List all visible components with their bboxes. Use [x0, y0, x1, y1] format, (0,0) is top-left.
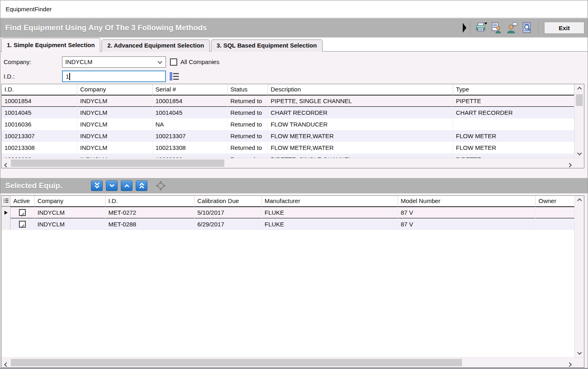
header-bar: Find Equipment Using Any Of The 3 Follow… — [0, 18, 588, 37]
move-up-button[interactable] — [121, 180, 133, 191]
active-checkbox[interactable] — [19, 209, 26, 216]
scroll-right-button[interactable] — [568, 161, 571, 168]
results-grid-row[interactable]: 10016036INDYCLMNAReturned toFLOW TRANDUC… — [2, 118, 574, 130]
id-list-button[interactable] — [169, 72, 180, 81]
results-grid-cell: Returned to — [228, 142, 268, 153]
results-grid-cell: FLOW METER — [453, 130, 574, 142]
chevron-up-icon — [122, 182, 131, 190]
print-button[interactable] — [474, 21, 489, 35]
printer-icon — [475, 22, 488, 34]
results-grid-row[interactable]: 10014045INDYCLM10014045Returned toCHART … — [2, 107, 574, 118]
equipment-report-button[interactable] — [489, 21, 504, 35]
id-input[interactable]: 1 — [62, 70, 166, 82]
tab-sql-based-equipment-selection[interactable]: 3. SQL Based Equipment Selection — [211, 39, 323, 52]
move-all-down-button[interactable] — [91, 180, 103, 191]
results-grid-row[interactable]: 10028883INDYCLM10028883Returned toPIPETT… — [2, 153, 574, 158]
selected-equip-section-bar: Selected Equip. — [0, 178, 588, 193]
scroll-up-button[interactable] — [575, 85, 584, 93]
results-grid-cell: PIPETTE, SINGLE CHANNEL — [268, 95, 453, 107]
selected-grid-cell: 87 V — [398, 207, 536, 218]
text-caret — [69, 73, 70, 80]
locate-button[interactable] — [155, 180, 166, 191]
scroll-right-button[interactable] — [568, 361, 571, 367]
selected-column-header[interactable]: Manufacturer — [262, 196, 398, 206]
tab-content-panel: Company: INDYCLM All Companies I.D.: 1 — [0, 51, 588, 369]
selected-grid-horizontal-scrollbar[interactable] — [2, 357, 584, 367]
selected-grid-cell: 87 V — [398, 218, 536, 230]
all-companies-checkbox[interactable] — [170, 58, 177, 66]
selected-grid-cell: INDYCLM — [35, 218, 106, 230]
document-preview-button[interactable] — [520, 21, 535, 35]
selected-grid-row[interactable]: INDYCLMMET-02886/29/2017FLUKE87 V — [2, 218, 574, 230]
selected-column-header[interactable]: Calibration Due — [195, 196, 262, 206]
selected-column-header[interactable]: Model Number — [398, 196, 536, 206]
page-title: Find Equipment Using Any Of The 3 Follow… — [5, 18, 207, 37]
selected-grid: ActiveCompanyI.D.Calibration DueManufact… — [1, 195, 584, 368]
scroll-left-button[interactable] — [5, 161, 8, 168]
selected-column-header[interactable]: I.D. — [106, 196, 195, 206]
selected-column-header[interactable]: Company — [35, 196, 106, 206]
row-selector-cell[interactable] — [2, 218, 10, 230]
results-column-header[interactable]: Status — [228, 84, 268, 95]
window-title: EquipmentFinder — [6, 6, 52, 12]
scroll-left-button[interactable] — [5, 361, 8, 367]
tab-strip: 1. Simple Equipment Selection 2. Advance… — [1, 37, 588, 52]
scrollbar-thumb[interactable] — [576, 94, 583, 106]
selected-grid-row[interactable]: INDYCLMMET-02725/10/2017FLUKE87 V — [2, 207, 574, 218]
results-column-header[interactable]: Description — [268, 84, 453, 95]
row-selector-cell[interactable] — [2, 207, 10, 218]
scrollbar-corner — [574, 358, 584, 367]
move-down-button[interactable] — [106, 180, 118, 191]
company-dropdown-value: INDYCLM — [65, 58, 93, 65]
selected-column-header[interactable]: Owner — [536, 196, 574, 206]
results-grid-cell: PIPETTE — [453, 95, 574, 107]
active-checkbox[interactable] — [19, 221, 26, 228]
results-grid-cell: INDYCLM — [77, 107, 153, 118]
results-grid-cell: Returned to — [228, 107, 268, 118]
selected-grid-cell: 6/29/2017 — [195, 218, 262, 230]
results-grid-cell: 10014045 — [153, 107, 228, 118]
results-grid-cell: 100213307 — [153, 130, 228, 142]
scrollbar-corner — [574, 158, 584, 168]
results-grid-cell: 10014045 — [2, 107, 77, 118]
scrollbar-thumb[interactable] — [11, 160, 224, 167]
results-column-header[interactable]: Type — [453, 84, 574, 95]
active-cell — [10, 218, 35, 230]
tab-simple-equipment-selection[interactable]: 1. Simple Equipment Selection — [1, 38, 100, 52]
results-grid-cell: 10001854 — [2, 95, 77, 107]
results-column-header[interactable]: Serial # — [153, 84, 228, 95]
scroll-up-button[interactable] — [575, 197, 584, 205]
results-column-header[interactable]: I.D. — [2, 84, 77, 95]
results-grid-row[interactable]: 100213307INDYCLM100213307Returned toFLOW… — [2, 130, 574, 142]
results-grid-row[interactable]: 10001854INDYCLM10001854Returned toPIPETT… — [2, 95, 574, 107]
results-grid-row[interactable]: 100213308INDYCLM100213308Returned toFLOW… — [2, 142, 574, 153]
scrollbar-thumb[interactable] — [11, 359, 462, 366]
selected-grid-cell: FLUKE — [262, 207, 398, 218]
expand-arrow-icon[interactable] — [462, 23, 467, 33]
results-grid-cell: 10028883 — [2, 153, 77, 158]
selected-grid-cell: FLUKE — [262, 218, 398, 230]
results-grid-cell: CHART RECORDER — [453, 107, 574, 118]
double-chevron-up-icon — [137, 182, 146, 190]
move-all-up-button[interactable] — [136, 180, 147, 191]
company-dropdown[interactable]: INDYCLM — [62, 56, 166, 68]
selected-grid-vertical-scrollbar[interactable] — [574, 196, 584, 357]
results-grid-cell: 100213308 — [153, 142, 228, 153]
results-grid-header: I.D.CompanySerial #StatusDescriptionType — [2, 84, 574, 95]
selected-column-header[interactable]: Active — [10, 196, 35, 206]
equipment-finder-window: EquipmentFinder Find Equipment Using Any… — [0, 0, 588, 369]
tab-advanced-equipment-selection[interactable]: 2. Advanced Equipment Selection — [101, 39, 209, 52]
person-query-button[interactable] — [504, 21, 520, 35]
results-grid-horizontal-scrollbar[interactable] — [2, 158, 584, 168]
scroll-down-button[interactable] — [575, 348, 584, 357]
results-grid: I.D.CompanySerial #StatusDescriptionType… — [1, 84, 584, 168]
results-column-header[interactable]: Company — [77, 84, 153, 95]
results-grid-cell: INDYCLM — [77, 95, 153, 107]
results-grid-cell: 100213308 — [2, 142, 77, 153]
exit-button[interactable]: Exit — [544, 22, 584, 34]
list-icon — [170, 72, 180, 81]
results-grid-vertical-scrollbar[interactable] — [574, 84, 584, 158]
results-grid-body: 10001854INDYCLM10001854Returned toPIPETT… — [2, 95, 574, 158]
results-grid-cell — [453, 118, 574, 130]
scroll-down-button[interactable] — [575, 149, 584, 157]
